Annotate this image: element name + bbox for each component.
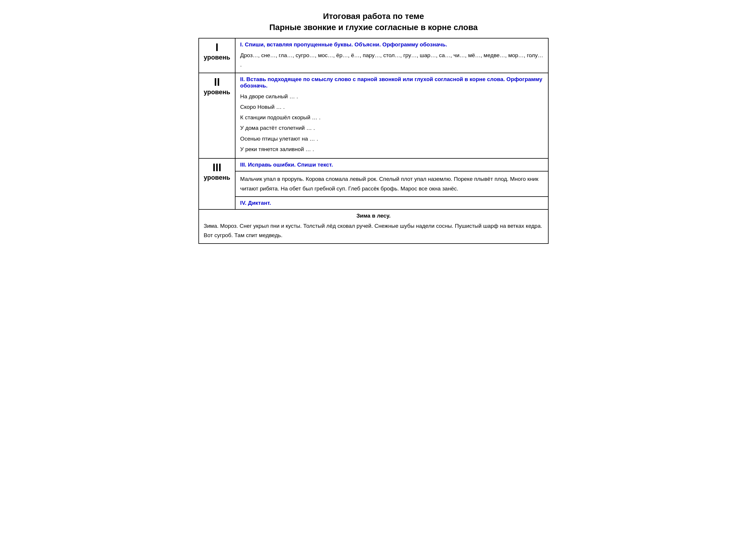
list-item: Осенью птицы улетают на … .: [240, 134, 543, 143]
level-ii-word: уровень: [204, 88, 230, 96]
page-container: Итоговая работа по теме Парные звонкие и…: [199, 12, 548, 244]
main-table: I уровень I. Спиши, вставляя пропущенные…: [199, 38, 548, 244]
list-item: У реки тянется заливной … .: [240, 145, 543, 154]
table-row: Мальчик упал в прорупь. Корова сломала л…: [199, 171, 548, 196]
dictation-cell: Зима в лесу. Зима. Мороз. Снег укрыл пни…: [199, 209, 548, 243]
level-ii-content: II. Вставь подходящее по смыслу слово с …: [235, 73, 548, 159]
level-i-cell: I уровень: [199, 38, 235, 73]
level-iii-cell: III уровень: [199, 158, 235, 209]
level-iv-instruction: IV. Диктант.: [240, 200, 543, 206]
level-i-content: I. Спиши, вставляя пропущенные буквы. Об…: [235, 38, 548, 73]
table-row: III уровень III. Исправь ошибки. Спиши т…: [199, 158, 548, 171]
list-item: У дома растёт столетний … .: [240, 123, 543, 133]
level-ii-cell: II уровень: [199, 73, 235, 159]
level-iii-text: Мальчик упал в прорупь. Корова сломала л…: [240, 175, 543, 193]
level-ii-numeral: II: [204, 76, 230, 88]
level-iii-instruction: III. Исправь ошибки. Спиши текст.: [240, 162, 543, 168]
level-i-text: Дроз…, сне…, гла…, сугро…, мос…, ёр…, ё……: [240, 51, 543, 70]
main-title-line2: Парные звонкие и глухие согласные в корн…: [199, 23, 548, 32]
table-row: IV. Диктант.: [199, 196, 548, 209]
level-iv-instruction-cell: IV. Диктант.: [235, 196, 548, 209]
table-row: I уровень I. Спиши, вставляя пропущенные…: [199, 38, 548, 73]
dictation-title: Зима в лесу.: [204, 213, 543, 219]
level-i-word: уровень: [204, 54, 230, 61]
main-title-line1: Итоговая работа по теме: [199, 12, 548, 21]
level-iii-word: уровень: [204, 174, 230, 181]
list-item: К станции подошёл скорый … .: [240, 113, 543, 122]
list-item: Скоро Новый … .: [240, 102, 543, 112]
list-item: На дворе сильный … .: [240, 92, 543, 101]
level-i-instruction: I. Спиши, вставляя пропущенные буквы. Об…: [240, 42, 543, 48]
level-ii-text: На дворе сильный … . Скоро Новый … . К с…: [240, 92, 543, 154]
level-i-numeral: I: [204, 42, 230, 54]
level-ii-instruction: II. Вставь подходящее по смыслу слово с …: [240, 76, 543, 89]
table-row: II уровень II. Вставь подходящее по смыс…: [199, 73, 548, 159]
level-iii-content-cell: Мальчик упал в прорупь. Корова сломала л…: [235, 171, 548, 196]
table-row: Зима в лесу. Зима. Мороз. Снег укрыл пни…: [199, 209, 548, 243]
level-iii-instruction-cell: III. Исправь ошибки. Спиши текст.: [235, 158, 548, 171]
dictation-text: Зима. Мороз. Снег укрыл пни и кусты. Тол…: [204, 221, 543, 240]
level-iii-numeral: III: [204, 162, 230, 174]
